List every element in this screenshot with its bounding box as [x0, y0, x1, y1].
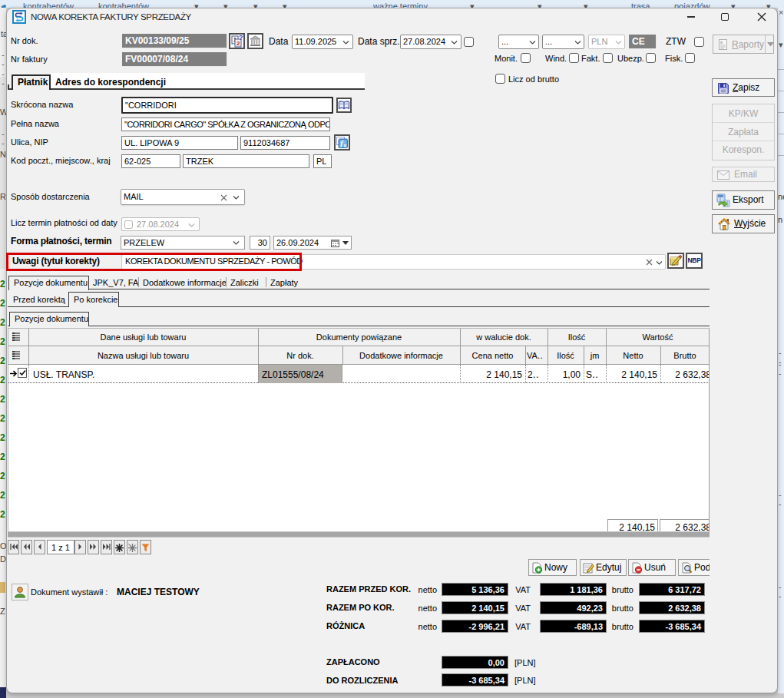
svg-text:?: ?: [239, 35, 243, 41]
svg-text:x: x: [343, 143, 346, 148]
